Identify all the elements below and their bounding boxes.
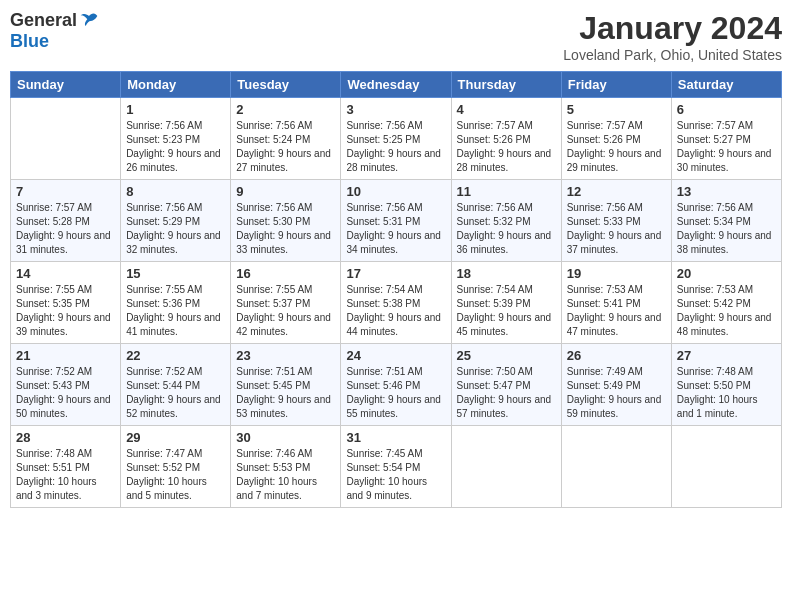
calendar-cell: 31Sunrise: 7:45 AMSunset: 5:54 PMDayligh…: [341, 426, 451, 508]
logo-bird-icon: [79, 11, 99, 31]
day-info: Sunrise: 7:56 AMSunset: 5:31 PMDaylight:…: [346, 201, 445, 257]
day-info: Sunrise: 7:56 AMSunset: 5:30 PMDaylight:…: [236, 201, 335, 257]
calendar-header-thursday: Thursday: [451, 72, 561, 98]
calendar-cell: [671, 426, 781, 508]
day-number: 9: [236, 184, 335, 199]
day-number: 31: [346, 430, 445, 445]
day-number: 2: [236, 102, 335, 117]
logo-general-text: General: [10, 10, 77, 31]
day-info: Sunrise: 7:52 AMSunset: 5:43 PMDaylight:…: [16, 365, 115, 421]
day-info: Sunrise: 7:45 AMSunset: 5:54 PMDaylight:…: [346, 447, 445, 503]
day-number: 5: [567, 102, 666, 117]
day-number: 28: [16, 430, 115, 445]
calendar-cell: 2Sunrise: 7:56 AMSunset: 5:24 PMDaylight…: [231, 98, 341, 180]
day-info: Sunrise: 7:56 AMSunset: 5:29 PMDaylight:…: [126, 201, 225, 257]
calendar-cell: 17Sunrise: 7:54 AMSunset: 5:38 PMDayligh…: [341, 262, 451, 344]
day-number: 30: [236, 430, 335, 445]
calendar-header-row: SundayMondayTuesdayWednesdayThursdayFrid…: [11, 72, 782, 98]
day-number: 4: [457, 102, 556, 117]
day-info: Sunrise: 7:53 AMSunset: 5:41 PMDaylight:…: [567, 283, 666, 339]
day-info: Sunrise: 7:46 AMSunset: 5:53 PMDaylight:…: [236, 447, 335, 503]
calendar-cell: 23Sunrise: 7:51 AMSunset: 5:45 PMDayligh…: [231, 344, 341, 426]
day-number: 29: [126, 430, 225, 445]
calendar-cell: 4Sunrise: 7:57 AMSunset: 5:26 PMDaylight…: [451, 98, 561, 180]
day-info: Sunrise: 7:48 AMSunset: 5:50 PMDaylight:…: [677, 365, 776, 421]
day-info: Sunrise: 7:56 AMSunset: 5:23 PMDaylight:…: [126, 119, 225, 175]
day-info: Sunrise: 7:48 AMSunset: 5:51 PMDaylight:…: [16, 447, 115, 503]
month-title: January 2024: [563, 10, 782, 47]
calendar-cell: 26Sunrise: 7:49 AMSunset: 5:49 PMDayligh…: [561, 344, 671, 426]
calendar-cell: 6Sunrise: 7:57 AMSunset: 5:27 PMDaylight…: [671, 98, 781, 180]
calendar-table: SundayMondayTuesdayWednesdayThursdayFrid…: [10, 71, 782, 508]
day-number: 1: [126, 102, 225, 117]
day-info: Sunrise: 7:51 AMSunset: 5:46 PMDaylight:…: [346, 365, 445, 421]
day-info: Sunrise: 7:50 AMSunset: 5:47 PMDaylight:…: [457, 365, 556, 421]
day-number: 14: [16, 266, 115, 281]
day-info: Sunrise: 7:57 AMSunset: 5:28 PMDaylight:…: [16, 201, 115, 257]
calendar-week-row: 14Sunrise: 7:55 AMSunset: 5:35 PMDayligh…: [11, 262, 782, 344]
day-number: 8: [126, 184, 225, 199]
day-info: Sunrise: 7:54 AMSunset: 5:38 PMDaylight:…: [346, 283, 445, 339]
calendar-cell: [451, 426, 561, 508]
location-text: Loveland Park, Ohio, United States: [563, 47, 782, 63]
calendar-header-wednesday: Wednesday: [341, 72, 451, 98]
calendar-header-friday: Friday: [561, 72, 671, 98]
day-number: 22: [126, 348, 225, 363]
day-number: 3: [346, 102, 445, 117]
day-info: Sunrise: 7:57 AMSunset: 5:26 PMDaylight:…: [457, 119, 556, 175]
day-info: Sunrise: 7:56 AMSunset: 5:25 PMDaylight:…: [346, 119, 445, 175]
calendar-header-tuesday: Tuesday: [231, 72, 341, 98]
title-section: January 2024 Loveland Park, Ohio, United…: [563, 10, 782, 63]
day-number: 11: [457, 184, 556, 199]
calendar-week-row: 28Sunrise: 7:48 AMSunset: 5:51 PMDayligh…: [11, 426, 782, 508]
calendar-header-monday: Monday: [121, 72, 231, 98]
calendar-week-row: 1Sunrise: 7:56 AMSunset: 5:23 PMDaylight…: [11, 98, 782, 180]
calendar-week-row: 7Sunrise: 7:57 AMSunset: 5:28 PMDaylight…: [11, 180, 782, 262]
calendar-cell: 12Sunrise: 7:56 AMSunset: 5:33 PMDayligh…: [561, 180, 671, 262]
calendar-cell: [11, 98, 121, 180]
calendar-cell: 3Sunrise: 7:56 AMSunset: 5:25 PMDaylight…: [341, 98, 451, 180]
day-info: Sunrise: 7:54 AMSunset: 5:39 PMDaylight:…: [457, 283, 556, 339]
calendar-cell: 1Sunrise: 7:56 AMSunset: 5:23 PMDaylight…: [121, 98, 231, 180]
day-number: 13: [677, 184, 776, 199]
day-number: 10: [346, 184, 445, 199]
day-number: 27: [677, 348, 776, 363]
calendar-cell: 27Sunrise: 7:48 AMSunset: 5:50 PMDayligh…: [671, 344, 781, 426]
calendar-cell: 8Sunrise: 7:56 AMSunset: 5:29 PMDaylight…: [121, 180, 231, 262]
day-info: Sunrise: 7:56 AMSunset: 5:33 PMDaylight:…: [567, 201, 666, 257]
calendar-cell: 16Sunrise: 7:55 AMSunset: 5:37 PMDayligh…: [231, 262, 341, 344]
calendar-cell: 21Sunrise: 7:52 AMSunset: 5:43 PMDayligh…: [11, 344, 121, 426]
day-info: Sunrise: 7:49 AMSunset: 5:49 PMDaylight:…: [567, 365, 666, 421]
day-number: 7: [16, 184, 115, 199]
day-number: 24: [346, 348, 445, 363]
calendar-cell: 29Sunrise: 7:47 AMSunset: 5:52 PMDayligh…: [121, 426, 231, 508]
calendar-cell: 19Sunrise: 7:53 AMSunset: 5:41 PMDayligh…: [561, 262, 671, 344]
calendar-cell: 10Sunrise: 7:56 AMSunset: 5:31 PMDayligh…: [341, 180, 451, 262]
day-info: Sunrise: 7:47 AMSunset: 5:52 PMDaylight:…: [126, 447, 225, 503]
calendar-cell: 28Sunrise: 7:48 AMSunset: 5:51 PMDayligh…: [11, 426, 121, 508]
day-info: Sunrise: 7:57 AMSunset: 5:26 PMDaylight:…: [567, 119, 666, 175]
calendar-week-row: 21Sunrise: 7:52 AMSunset: 5:43 PMDayligh…: [11, 344, 782, 426]
day-number: 17: [346, 266, 445, 281]
calendar-cell: 13Sunrise: 7:56 AMSunset: 5:34 PMDayligh…: [671, 180, 781, 262]
day-info: Sunrise: 7:55 AMSunset: 5:35 PMDaylight:…: [16, 283, 115, 339]
day-number: 19: [567, 266, 666, 281]
day-number: 6: [677, 102, 776, 117]
calendar-header-sunday: Sunday: [11, 72, 121, 98]
calendar-cell: 14Sunrise: 7:55 AMSunset: 5:35 PMDayligh…: [11, 262, 121, 344]
day-number: 20: [677, 266, 776, 281]
logo: General Blue: [10, 10, 99, 52]
day-number: 25: [457, 348, 556, 363]
day-number: 12: [567, 184, 666, 199]
day-info: Sunrise: 7:56 AMSunset: 5:24 PMDaylight:…: [236, 119, 335, 175]
day-number: 18: [457, 266, 556, 281]
calendar-cell: 18Sunrise: 7:54 AMSunset: 5:39 PMDayligh…: [451, 262, 561, 344]
page-header: General Blue January 2024 Loveland Park,…: [10, 10, 782, 63]
day-info: Sunrise: 7:55 AMSunset: 5:36 PMDaylight:…: [126, 283, 225, 339]
logo-blue-text: Blue: [10, 31, 49, 52]
day-info: Sunrise: 7:56 AMSunset: 5:34 PMDaylight:…: [677, 201, 776, 257]
calendar-cell: 5Sunrise: 7:57 AMSunset: 5:26 PMDaylight…: [561, 98, 671, 180]
day-number: 15: [126, 266, 225, 281]
calendar-cell: [561, 426, 671, 508]
calendar-cell: 22Sunrise: 7:52 AMSunset: 5:44 PMDayligh…: [121, 344, 231, 426]
